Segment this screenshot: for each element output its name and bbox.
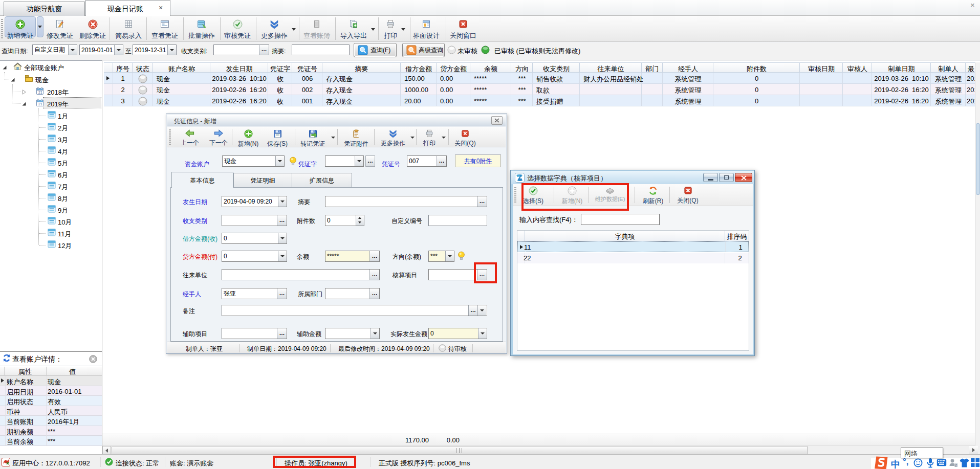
svg-text:21: 21 — [38, 91, 42, 94]
svg-text:21: 21 — [38, 102, 42, 106]
svg-text:2: 2 — [955, 463, 957, 467]
